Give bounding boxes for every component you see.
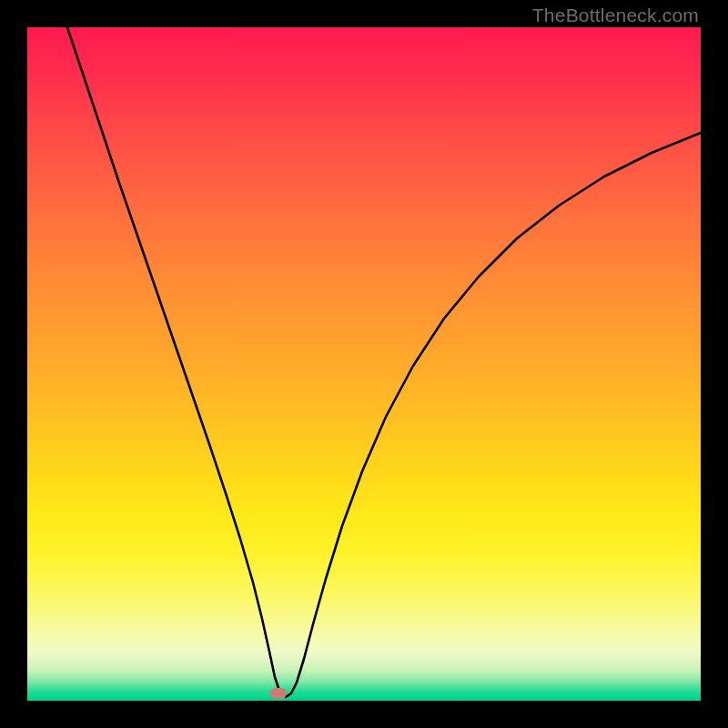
bottleneck-curve [27,27,701,701]
optimum-marker [270,688,287,699]
watermark-text: TheBottleneck.com [532,5,699,26]
plot-area [27,27,701,701]
chart-frame: TheBottleneck.com [0,0,728,728]
